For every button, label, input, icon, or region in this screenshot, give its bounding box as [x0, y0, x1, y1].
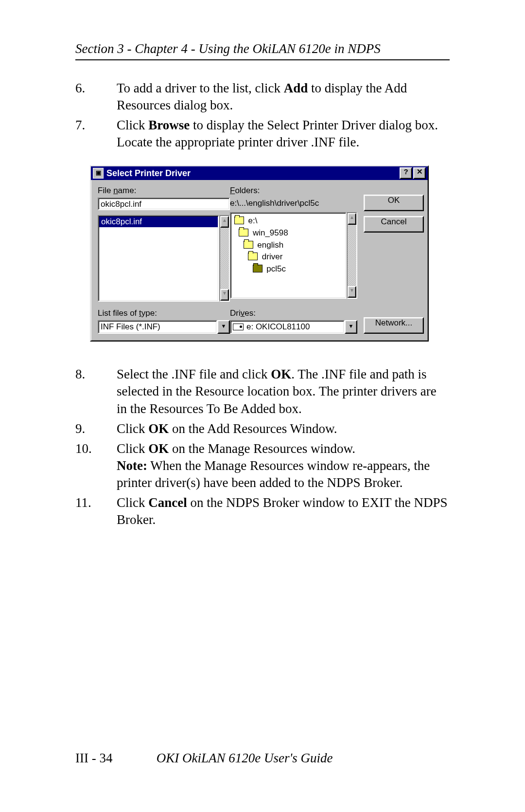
folder-label: pcl5c: [264, 264, 286, 273]
step-body: Click Browse to display the Select Print…: [117, 117, 450, 151]
folder-tree-item[interactable]: e:\: [232, 215, 345, 227]
step-body: Select the .INF file and click OK. The .…: [117, 366, 450, 417]
list-type-label: List files of type:: [98, 308, 230, 318]
list-type-select[interactable]: INF Files (*.INF) ▼: [98, 320, 230, 334]
folder-scrollbar[interactable]: ▲ ▼: [347, 212, 357, 299]
footer-title: OKI OkiLAN 6120e User's Guide: [157, 751, 333, 765]
drives-label: Drives:: [230, 308, 357, 318]
folder-tree-item[interactable]: win_9598: [232, 227, 345, 239]
folder-tree-item[interactable]: driver: [232, 251, 345, 263]
file-name-label: File name:: [98, 186, 230, 196]
scroll-down-icon: ▼: [220, 289, 229, 301]
drive-text: e: OKICOL81100: [246, 322, 310, 332]
folder-open-icon: [244, 241, 253, 249]
instruction-step: 7.Click Browse to display the Select Pri…: [75, 117, 450, 151]
cancel-button[interactable]: Cancel: [364, 216, 424, 233]
chevron-down-icon[interactable]: ▼: [217, 320, 230, 334]
folder-label: e:\: [246, 216, 258, 225]
scrollbar-track: [348, 225, 356, 286]
network-button[interactable]: Network...: [364, 317, 424, 334]
scrollbar-track: [220, 228, 229, 289]
drives-value: e: OKICOL81100: [230, 320, 345, 334]
step-number: 8.: [75, 366, 117, 417]
dialog-title: Select Printer Driver: [106, 168, 399, 179]
dialog-titlebar: ▣ Select Printer Driver ? ✕: [91, 166, 428, 180]
step-body: To add a driver to the list, click Add t…: [117, 80, 450, 114]
instruction-step: 9.Click OK on the Add Resources Window.: [75, 420, 450, 437]
step-body: Click OK on the Manage Resources window.…: [117, 440, 450, 491]
folder-open-icon: [239, 229, 248, 236]
page-footer: III - 34 OKI OkiLAN 6120e User's Guide: [75, 751, 333, 766]
ok-button[interactable]: OK: [364, 195, 424, 211]
folder-tree[interactable]: e:\ win_9598 english driver pcl5c: [230, 212, 347, 299]
folders-label: Folders:: [230, 186, 357, 196]
folder-label: driver: [260, 252, 282, 261]
help-button[interactable]: ?: [400, 167, 412, 179]
folder-open-icon: [248, 253, 258, 260]
steps-top: 6.To add a driver to the list, click Add…: [75, 80, 450, 151]
file-name-input[interactable]: okic8pcl.inf: [98, 198, 230, 210]
step-number: 11.: [75, 494, 117, 528]
step-number: 10.: [75, 440, 117, 491]
folder-tree-item[interactable]: english: [232, 239, 345, 252]
page-header: Section 3 - Chapter 4 - Using the OkiLAN…: [75, 41, 450, 56]
chevron-down-icon[interactable]: ▼: [345, 320, 357, 334]
folder-tree-item[interactable]: pcl5c: [232, 263, 345, 275]
drive-icon: [233, 324, 244, 330]
instruction-step: 10.Click OK on the Manage Resources wind…: [75, 440, 450, 491]
step-body: Click OK on the Add Resources Window.: [117, 420, 450, 437]
file-list-item-selected[interactable]: okic8pcl.inf: [99, 217, 218, 227]
select-printer-driver-dialog: ▣ Select Printer Driver ? ✕ File name: o…: [90, 165, 429, 342]
header-rule: [75, 59, 450, 60]
file-list[interactable]: okic8pcl.inf: [98, 215, 219, 302]
folder-path: e:\...\english\driver\pcl5c: [230, 198, 357, 211]
scroll-up-icon: ▲: [348, 213, 356, 225]
steps-bottom: 8.Select the .INF file and click OK. The…: [75, 366, 450, 528]
folder-label: win_9598: [250, 228, 288, 237]
instruction-step: 6.To add a driver to the list, click Add…: [75, 80, 450, 114]
dialog-icon: ▣: [93, 168, 104, 179]
instruction-step: 8.Select the .INF file and click OK. The…: [75, 366, 450, 417]
folder-closed-icon: [253, 265, 262, 272]
folder-label: english: [255, 240, 284, 250]
scroll-down-icon: ▼: [348, 286, 356, 298]
step-number: 6.: [75, 80, 117, 114]
page-number: III - 34: [75, 751, 153, 766]
step-body: Click Cancel on the NDPS Broker window t…: [117, 494, 450, 528]
list-type-value: INF Files (*.INF): [98, 320, 217, 334]
folder-open-icon: [234, 217, 244, 224]
close-button[interactable]: ✕: [413, 167, 426, 179]
drives-select[interactable]: e: OKICOL81100 ▼: [230, 320, 357, 334]
instruction-step: 11.Click Cancel on the NDPS Broker windo…: [75, 494, 450, 528]
step-number: 7.: [75, 117, 117, 151]
step-number: 9.: [75, 420, 117, 437]
file-list-scrollbar[interactable]: ▲ ▼: [219, 215, 230, 302]
scroll-up-icon: ▲: [220, 216, 229, 228]
